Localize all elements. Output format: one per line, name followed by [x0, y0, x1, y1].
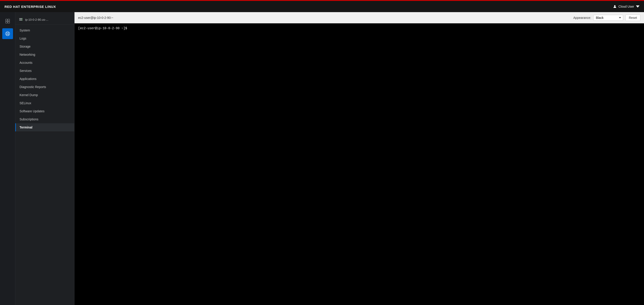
sidebar-icon-dashboard[interactable] [2, 16, 13, 27]
user-name: Cloud User [618, 5, 634, 8]
sidebar-item-software-updates[interactable]: Software Updates [15, 107, 74, 115]
server-icon [19, 18, 23, 22]
top-bar: RED HAT ENTERPRISE LINUX Cloud User [0, 0, 644, 12]
reset-button[interactable]: Reset [626, 15, 640, 21]
svg-point-8 [6, 34, 8, 35]
main-layout: ip-10-0-2-90.us-... SystemLogsStorageNet… [0, 12, 644, 305]
sidebar-item-selinux[interactable]: SELinux [15, 99, 74, 107]
svg-rect-2 [8, 19, 10, 21]
svg-point-6 [6, 33, 8, 34]
content-area: ec2-user@ip-10-0-2-90:~ Appearance: Blac… [74, 12, 644, 305]
host-name: ip-10-0-2-90.us-... [25, 18, 48, 21]
nav-sidebar: ip-10-0-2-90.us-... SystemLogsStorageNet… [15, 12, 74, 305]
user-icon [613, 5, 616, 8]
appearance-label: Appearance: [573, 16, 591, 20]
sidebar-item-diagnostic-reports[interactable]: Diagnostic Reports [15, 83, 74, 91]
sidebar-item-accounts[interactable]: Accounts [15, 59, 74, 67]
svg-point-13 [22, 20, 22, 20]
sidebar-item-services[interactable]: Services [15, 67, 74, 75]
svg-rect-1 [6, 19, 8, 21]
svg-point-12 [22, 19, 22, 19]
sidebar-item-networking[interactable]: Networking [15, 51, 74, 59]
terminal-prompt: [ec2-user@ip-10-0-2-90 ~]$ [78, 26, 640, 31]
sidebar-icon-palette[interactable] [2, 28, 13, 39]
host-item[interactable]: ip-10-0-2-90.us-... [15, 15, 74, 25]
svg-point-5 [6, 32, 10, 36]
svg-point-9 [8, 34, 9, 35]
svg-point-7 [8, 33, 9, 34]
sidebar-item-terminal[interactable]: Terminal [15, 123, 74, 131]
terminal-body[interactable]: [ec2-user@ip-10-0-2-90 ~]$ [74, 23, 644, 305]
sidebar-item-logs[interactable]: Logs [15, 34, 74, 43]
user-menu[interactable]: Cloud User [613, 5, 640, 8]
sidebar-item-applications[interactable]: Applications [15, 75, 74, 83]
svg-rect-3 [6, 21, 8, 23]
svg-rect-4 [8, 21, 10, 23]
chevron-down-icon [636, 5, 640, 8]
terminal-header: ec2-user@ip-10-0-2-90:~ Appearance: Blac… [74, 12, 644, 23]
nav-items: SystemLogsStorageNetworkingAccountsServi… [15, 26, 74, 131]
icon-sidebar [0, 12, 15, 305]
terminal-controls: Appearance: BlackWhiteSolarized DarkSola… [573, 15, 640, 21]
sidebar-item-system[interactable]: System [15, 26, 74, 34]
terminal-tab-title: ec2-user@ip-10-0-2-90:~ [78, 16, 113, 20]
sidebar-item-kernel-dump[interactable]: Kernel Dump [15, 91, 74, 99]
sidebar-item-subscriptions[interactable]: Subscriptions [15, 115, 74, 123]
appearance-select[interactable]: BlackWhiteSolarized DarkSolarized Light [593, 15, 623, 21]
sidebar-item-storage[interactable]: Storage [15, 43, 74, 51]
app-title: RED HAT ENTERPRISE LINUX [4, 5, 56, 9]
svg-point-0 [614, 5, 616, 7]
